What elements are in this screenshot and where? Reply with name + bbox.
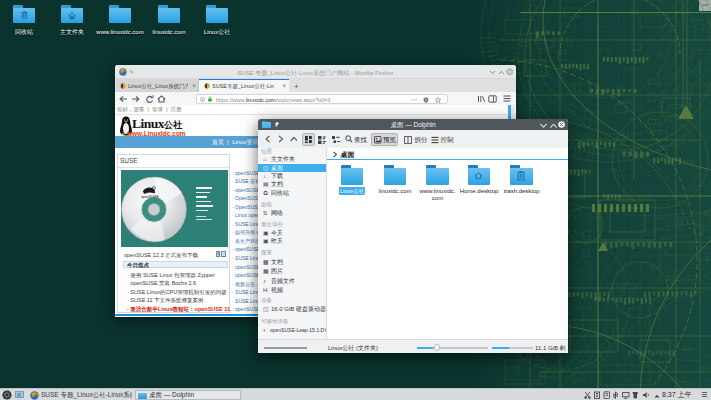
- svg-text:openSUSE: openSUSE: [141, 195, 159, 199]
